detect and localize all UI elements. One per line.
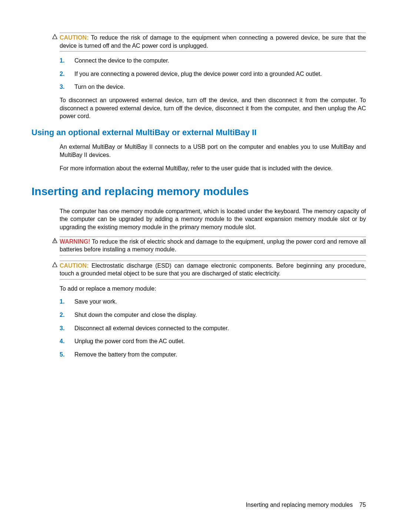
caution-text: Electrostatic discharge (ESD) can damage…: [60, 262, 366, 277]
svg-point-3: [54, 242, 55, 242]
memory-steps-list: Save your work. Shut down the computer a…: [60, 298, 366, 358]
caution-label: CAUTION:: [60, 262, 89, 269]
list-item: If you are connecting a powered device, …: [60, 70, 366, 78]
page-content: CAUTION: To reduce the risk of damage to…: [31, 33, 366, 358]
list-item: Connect the device to the computer.: [60, 57, 366, 65]
list-item: Turn on the device.: [60, 83, 366, 91]
caution-text: To reduce the risk of damage to the equi…: [60, 34, 366, 49]
caution-triangle-icon: [52, 262, 57, 267]
svg-marker-4: [53, 262, 57, 267]
caution-notice-esd: CAUTION: Electrostatic discharge (ESD) c…: [60, 261, 366, 280]
list-item: Save your work.: [60, 298, 366, 306]
multibay-paragraph-1: An external MultiBay or MultiBay II conn…: [60, 143, 366, 159]
warning-text: To reduce the risk of electric shock and…: [60, 238, 366, 253]
list-item: Shut down the computer and close the dis…: [60, 311, 366, 319]
document-page: CAUTION: To reduce the risk of damage to…: [0, 0, 400, 532]
list-item: Disconnect all external devices connecte…: [60, 324, 366, 332]
page-number: 75: [359, 502, 366, 508]
disconnect-paragraph: To disconnect an unpowered external devi…: [60, 96, 366, 120]
caution-notice: CAUTION: To reduce the risk of damage to…: [60, 33, 366, 51]
warning-triangle-icon: [52, 238, 57, 243]
page-footer: Inserting and replacing memory modules 7…: [246, 501, 366, 509]
caution-label: CAUTION:: [60, 34, 89, 41]
memory-heading: Inserting and replacing memory modules: [31, 184, 366, 199]
memory-paragraph: The computer has one memory module compa…: [60, 207, 366, 231]
multibay-paragraph-2: For more information about the external …: [60, 164, 366, 173]
svg-marker-0: [53, 34, 57, 39]
footer-section-title: Inserting and replacing memory modules: [246, 502, 353, 508]
multibay-heading: Using an optional external MultiBay or e…: [31, 127, 366, 138]
warning-notice: WARNING! To reduce the risk of electric …: [60, 237, 366, 255]
warning-label: WARNING!: [60, 238, 90, 245]
list-item: Remove the battery from the computer.: [60, 351, 366, 359]
connect-steps-list: Connect the device to the computer. If y…: [60, 57, 366, 91]
caution-triangle-icon: [52, 34, 57, 39]
add-replace-intro: To add or replace a memory module:: [60, 285, 366, 293]
list-item: Unplug the power cord from the AC outlet…: [60, 337, 366, 345]
